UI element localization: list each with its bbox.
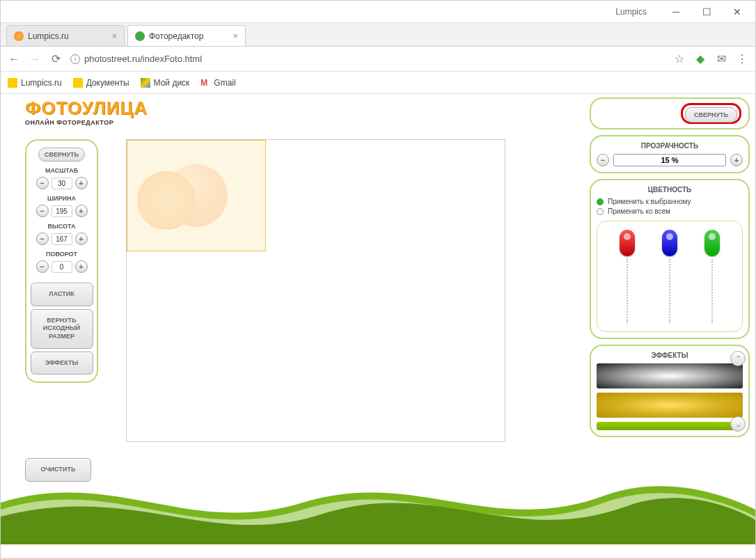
effects-title: ЭФФЕКТЫ xyxy=(597,352,743,359)
height-minus-button[interactable]: − xyxy=(36,233,49,245)
rotate-label: ПОВОРОТ xyxy=(46,251,77,258)
color-title: ЦВЕТНОСТЬ xyxy=(597,186,743,194)
browser-tab-active[interactable]: Фоторедактор × xyxy=(127,25,246,46)
effect-preset-gold[interactable] xyxy=(597,393,743,418)
bookmark-item[interactable]: Мой диск xyxy=(141,78,190,88)
width-value[interactable]: 195 xyxy=(52,205,72,217)
apply-all-radio[interactable]: Применить ко всем xyxy=(597,207,743,215)
mail-icon[interactable]: ✉ xyxy=(715,52,727,65)
restore-size-button[interactable]: ВЕРНУТЬ ИСХОДНЫЙ РАЗМЕР xyxy=(31,309,93,349)
browser-address-bar: ← → ⟳ i photostreet.ru/indexFoto.html ☆ … xyxy=(1,47,755,72)
gmail-icon: M xyxy=(200,78,210,88)
apply-selected-radio[interactable]: Применить к выбранному xyxy=(597,198,743,205)
folder-icon xyxy=(73,78,83,88)
browser-tabstrip: Lumpics.ru × Фоторедактор × xyxy=(1,23,755,47)
height-plus-button[interactable]: + xyxy=(75,233,88,245)
url-text: photostreet.ru/indexFoto.html xyxy=(84,54,202,64)
effect-preset-green[interactable] xyxy=(597,422,743,430)
color-sliders xyxy=(597,221,743,332)
nav-forward-button[interactable]: → xyxy=(29,53,41,65)
scale-label: МАСШТАБ xyxy=(45,167,78,174)
logo-main: ФОТОУЛИЦА xyxy=(25,97,148,119)
tab-label: Lumpics.ru xyxy=(28,31,69,41)
rotate-spinner: − 0 + xyxy=(36,260,88,273)
tab-close-icon[interactable]: × xyxy=(233,31,238,41)
height-label: ВЫСОТА xyxy=(47,223,75,230)
nav-reload-button[interactable]: ⟳ xyxy=(49,52,62,65)
nav-back-button[interactable]: ← xyxy=(8,53,20,65)
scale-value[interactable]: 30 xyxy=(52,178,72,189)
bookmark-item[interactable]: Lumpics.ru xyxy=(8,78,62,88)
window-minimize-button[interactable]: ─ xyxy=(661,2,691,22)
rotate-plus-button[interactable]: + xyxy=(75,260,88,273)
width-label: ШИРИНА xyxy=(47,195,76,202)
bookmark-star-icon[interactable]: ☆ xyxy=(673,52,686,65)
tab-favicon-icon xyxy=(14,31,24,41)
blue-slider-knob[interactable] xyxy=(662,230,677,256)
height-spinner: − 167 + xyxy=(36,233,88,245)
window-titlebar: Lumpics ─ ☐ ✕ xyxy=(1,1,755,23)
tab-favicon-icon xyxy=(135,31,145,41)
opacity-title: ПРОЗРАЧНОСТЬ xyxy=(597,142,743,150)
width-plus-button[interactable]: + xyxy=(75,205,88,217)
bookmarks-bar: Lumpics.ru Документы Мой диск MGmail xyxy=(1,72,755,94)
window-maximize-button[interactable]: ☐ xyxy=(691,2,722,22)
window-close-button[interactable]: ✕ xyxy=(722,2,753,22)
drive-icon xyxy=(141,78,150,88)
window-title: Lumpics xyxy=(3,7,661,17)
effects-scroll-up-button[interactable]: ⌃ xyxy=(730,351,746,366)
opacity-minus-button[interactable]: − xyxy=(597,154,609,166)
scale-minus-button[interactable]: − xyxy=(36,177,49,189)
clear-button[interactable]: ОЧИСТИТЬ xyxy=(25,458,91,482)
eraser-button[interactable]: ЛАСТИК xyxy=(31,283,93,306)
collapse-right-button[interactable]: СВЕРНУТЬ xyxy=(685,107,737,123)
red-slider-knob[interactable] xyxy=(620,230,635,256)
effects-panel: ЭФФЕКТЫ ⌃ ⌄ xyxy=(590,345,750,437)
image-preview xyxy=(165,164,228,227)
rotate-minus-button[interactable]: − xyxy=(36,260,49,273)
decorative-wave xyxy=(1,461,755,544)
blue-slider[interactable] xyxy=(661,230,678,323)
collapse-left-button[interactable]: СВЕРНУТЬ xyxy=(38,148,85,162)
color-panel: ЦВЕТНОСТЬ Применить к выбранному Примени… xyxy=(590,179,750,339)
tab-label: Фоторедактор xyxy=(149,31,203,41)
selected-image-object[interactable] xyxy=(127,140,266,251)
rotate-value[interactable]: 0 xyxy=(52,261,72,273)
logo-sub: ОНЛАЙН ФОТОРЕДАКТОР xyxy=(25,119,148,126)
site-info-icon[interactable]: i xyxy=(70,54,80,64)
opacity-value[interactable]: 15 % xyxy=(613,154,726,166)
width-spinner: − 195 + xyxy=(36,205,88,217)
green-slider-knob[interactable] xyxy=(704,230,720,256)
editor-canvas[interactable] xyxy=(126,139,505,442)
height-value[interactable]: 167 xyxy=(52,233,72,245)
page-content: ФОТОУЛИЦА ОНЛАЙН ФОТОРЕДАКТОР СВЕРНУТЬ М… xyxy=(1,94,755,558)
right-panels-column: СВЕРНУТЬ ПРОЗРАЧНОСТЬ − 15 % + ЦВЕТНОСТЬ… xyxy=(590,97,750,437)
radio-on-icon xyxy=(597,198,604,205)
red-slider[interactable] xyxy=(619,230,636,323)
opacity-plus-button[interactable]: + xyxy=(730,154,743,166)
width-minus-button[interactable]: − xyxy=(36,205,49,217)
effects-button[interactable]: ЭФФЕКТЫ xyxy=(31,352,93,375)
url-field[interactable]: i photostreet.ru/indexFoto.html xyxy=(70,54,665,64)
collapse-panel: СВЕРНУТЬ xyxy=(590,97,750,129)
folder-icon xyxy=(8,78,17,88)
scale-spinner: − 30 + xyxy=(36,177,88,189)
extension-icon[interactable]: ◆ xyxy=(694,52,707,65)
browser-menu-button[interactable]: ⋮ xyxy=(736,52,748,65)
tab-close-icon[interactable]: × xyxy=(111,31,117,41)
scale-plus-button[interactable]: + xyxy=(75,177,88,189)
effect-preset-vignette[interactable] xyxy=(597,363,743,388)
opacity-panel: ПРОЗРАЧНОСТЬ − 15 % + xyxy=(590,135,750,173)
collapse-highlight: СВЕРНУТЬ xyxy=(681,103,741,124)
browser-tab[interactable]: Lumpics.ru × xyxy=(6,25,125,46)
green-slider[interactable] xyxy=(704,230,720,323)
app-logo: ФОТОУЛИЦА ОНЛАЙН ФОТОРЕДАКТОР xyxy=(25,97,148,126)
effects-scroll-down-button[interactable]: ⌄ xyxy=(730,416,746,432)
bookmark-item[interactable]: MGmail xyxy=(200,78,235,88)
bookmark-item[interactable]: Документы xyxy=(73,78,129,88)
radio-off-icon xyxy=(597,208,604,215)
left-tools-panel: СВЕРНУТЬ МАСШТАБ − 30 + ШИРИНА − 195 + В… xyxy=(25,139,98,383)
